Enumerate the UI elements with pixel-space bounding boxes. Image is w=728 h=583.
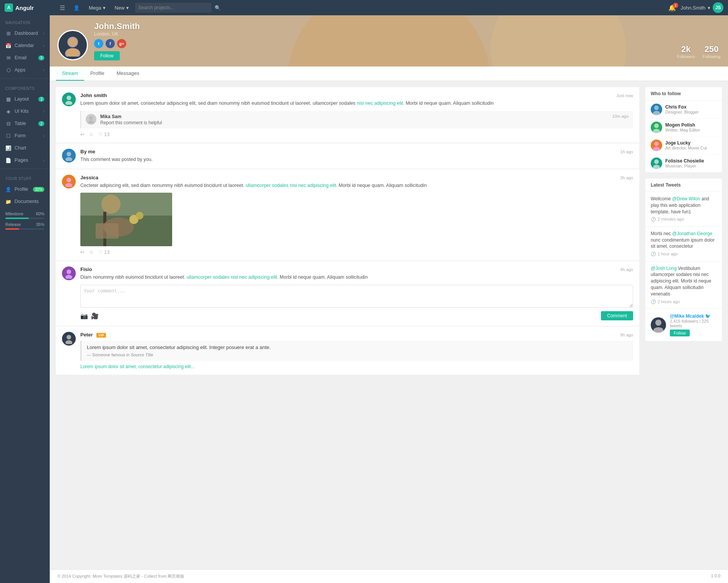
sidebar-item-apps[interactable]: ⬡ Apps ›: [0, 64, 50, 76]
sidebar-item-uikits[interactable]: ◈ UI Kits ›: [0, 105, 50, 117]
google-button[interactable]: g+: [117, 39, 126, 48]
post-author: John smith: [80, 93, 107, 98]
blockquote-cite: — Someone famous in Source Title: [87, 352, 628, 357]
following-label: Following: [703, 54, 720, 59]
follow-info: Chris Fox Designer, Blogger: [665, 104, 699, 114]
follow-avatar: [651, 140, 662, 151]
main-content: John.Smith London, UK t f g+ Follow 2k F…: [50, 15, 728, 583]
video-button[interactable]: 🎥: [91, 312, 99, 320]
tabs-bar: Stream Profile Messages: [50, 67, 728, 81]
twitter-button[interactable]: t: [94, 39, 103, 48]
menu-toggle-button[interactable]: ☰: [57, 3, 67, 13]
email-badge: 9: [38, 55, 44, 60]
form-icon: ☐: [5, 133, 11, 139]
svg-rect-19: [96, 223, 119, 239]
post-text: Cecteter adipiscing elit, sed diam nonum…: [80, 182, 633, 189]
follow-avatar: [651, 104, 662, 115]
follow-role: Musician, Player: [665, 164, 704, 168]
followers-stat: 2k Followers: [677, 44, 695, 59]
sidebar-item-email[interactable]: ✉ Email 9: [0, 52, 50, 64]
post-body: Peter VIP 9h ago Lorem ipsum dolor sit a…: [80, 332, 633, 369]
profile-social: t f g+: [94, 39, 677, 48]
dashboard-icon: ⊞: [5, 30, 11, 36]
user-menu-button[interactable]: John.Smith ▾ JS: [681, 2, 723, 13]
sidebar-item-layout[interactable]: ▦ Layout 3: [0, 93, 50, 105]
milestone-progress-fill: [5, 218, 29, 219]
copyright-text: © 2014 Copyright. More Templates 源码之家 - …: [57, 573, 185, 579]
stream-post: Fisio 4h ago Diam nonummy nibh euismod t…: [56, 261, 639, 326]
pages-icon: 📄: [5, 157, 11, 163]
post-time: 1h ago: [620, 149, 633, 154]
comment-box: 📷 🎥 Comment: [80, 285, 633, 320]
post-actions: ↩ ☆ ♡ 13: [80, 249, 633, 255]
svg-point-9: [65, 157, 72, 161]
sidebar-item-label: Apps: [15, 67, 40, 73]
star-button[interactable]: ☆: [89, 249, 94, 255]
stream-column: John smith Just now Lorem ipsum dolor si…: [56, 87, 639, 563]
star-button[interactable]: ☆: [89, 132, 94, 137]
stream-post: Peter VIP 9h ago Lorem ipsum dolor sit a…: [56, 326, 639, 375]
clock-icon: 🕐: [651, 216, 656, 222]
sidebar-item-profile[interactable]: 👤 Profile 30%: [0, 183, 50, 195]
release-label: Release 35%: [5, 222, 44, 227]
reply-button[interactable]: ↩: [80, 249, 85, 255]
content-area: John smith Just now Lorem ipsum dolor si…: [50, 81, 728, 569]
sidebar-item-pages[interactable]: 📄 Pages ›: [0, 154, 50, 166]
like-button[interactable]: ♡ 13: [98, 132, 109, 137]
profile-avatar: [57, 30, 88, 60]
post-header: By me 1h ago: [80, 149, 633, 154]
svg-point-29: [653, 147, 660, 151]
latest-tweets-widget: Latest Tweets Wellcome @Drew Wilon and p…: [645, 179, 722, 341]
layout-icon: ▦: [5, 96, 11, 102]
follow-button[interactable]: Follow: [94, 51, 120, 60]
svg-point-33: [653, 327, 663, 333]
post-avatar: [62, 93, 76, 106]
brand-name: Angulr: [15, 5, 34, 11]
nav-right: 🔔 2 John.Smith ▾ JS: [668, 2, 723, 13]
reply-button[interactable]: ↩: [80, 132, 85, 137]
tweet-item: Morbi nec @Jonathan George nunc condimen…: [645, 227, 722, 261]
new-menu-button[interactable]: New ▾: [112, 3, 132, 12]
post-body: John smith Just now Lorem ipsum dolor si…: [80, 93, 633, 137]
notifications-button[interactable]: 🔔 2: [668, 4, 676, 11]
tab-profile[interactable]: Profile: [84, 67, 111, 81]
comment-author: Mika Sam: [100, 114, 121, 119]
post-blockquote: Lorem ipsum dolor sit amet, consectetur …: [80, 341, 633, 361]
sidebar-item-label: Form: [15, 133, 40, 138]
post-body: Jessica 3h ago Cecteter adipiscing elit,…: [80, 175, 633, 255]
sidebar-item-table[interactable]: ⊟ Table 2: [0, 117, 50, 130]
user-profile-button[interactable]: 👤: [70, 3, 83, 12]
sidebar-item-dashboard[interactable]: ⊞ Dashboard ›: [0, 27, 50, 39]
sidebar-item-chart[interactable]: 📊 Chart: [0, 142, 50, 154]
avatar-image: [61, 34, 84, 57]
sidebar: Navigation ⊞ Dashboard › 📅 Calendar › ✉ …: [0, 15, 50, 583]
sidebar-item-documents[interactable]: 📁 Documents: [0, 195, 50, 208]
twitter-follow-button[interactable]: Follow: [670, 330, 690, 336]
facebook-button[interactable]: f: [106, 39, 115, 48]
tab-messages[interactable]: Messages: [111, 67, 145, 81]
calendar-icon: 📅: [5, 42, 11, 49]
photo-button[interactable]: 📷: [80, 312, 88, 320]
follow-name: Mogen Polish: [665, 122, 700, 128]
sidebar-item-calendar[interactable]: 📅 Calendar ›: [0, 39, 50, 52]
comment-submit-button[interactable]: Comment: [601, 311, 633, 320]
svg-point-20: [67, 270, 71, 274]
mega-menu-button[interactable]: Mega ▾: [86, 3, 109, 12]
post-actions: ↩ ☆ ♡ 13: [80, 132, 633, 137]
follow-item: Folisise Chosielie Musician, Player: [645, 154, 722, 172]
tweet-mention: @Josh Long: [651, 266, 677, 271]
tweet-item: @Josh Long Vestibulum ullamcorper sodale…: [645, 261, 722, 309]
tab-stream[interactable]: Stream: [56, 67, 84, 81]
who-to-follow-title: Who to follow: [645, 87, 722, 101]
following-stat: 250 Following: [703, 44, 720, 59]
search-button[interactable]: 🔍: [215, 5, 221, 11]
sidebar-item-form[interactable]: ☐ Form ›: [0, 130, 50, 142]
version-text: 1.0.0: [711, 573, 720, 579]
stream-post: Jessica 3h ago Cecteter adipiscing elit,…: [56, 169, 639, 261]
svg-point-14: [101, 195, 121, 214]
stream-post: John smith Just now Lorem ipsum dolor si…: [56, 87, 639, 143]
svg-point-25: [653, 111, 660, 115]
comment-input[interactable]: [80, 285, 633, 308]
search-input[interactable]: [135, 3, 212, 13]
like-button[interactable]: ♡ 13: [98, 249, 109, 255]
